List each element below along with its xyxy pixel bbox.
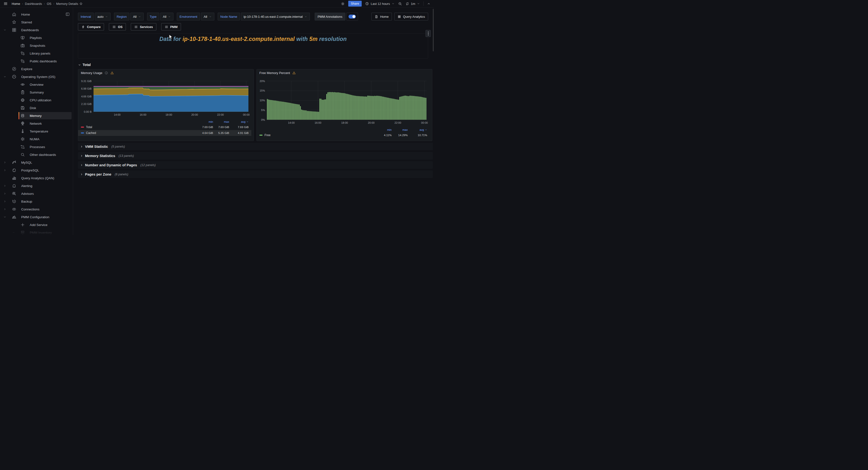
row-pages-per-zone[interactable]: Pages per Zone(6 panels)	[78, 170, 433, 178]
query-analytics-button[interactable]: Query Analytics	[394, 13, 428, 21]
sidebar-item-snapshots[interactable]: Snapshots	[0, 42, 73, 50]
panel-menu-button[interactable]	[426, 30, 431, 37]
panel-title[interactable]: Free Memory Percent	[259, 71, 290, 75]
search-icon	[20, 152, 25, 157]
sidebar-item-query-analytics-qan[interactable]: Query Analytics (QAN)	[0, 174, 73, 182]
breadcrumb-item-os[interactable]: OS	[47, 2, 52, 6]
sidebar-item-network[interactable]: Network	[0, 120, 73, 127]
legend-sort-avg[interactable]: avg	[229, 120, 249, 123]
row-memory-statistics[interactable]: Memory Statistics(13 panels)	[78, 152, 433, 159]
sidebar-item-advisors[interactable]: Advisors	[0, 190, 73, 197]
sidebar-item-dashboards[interactable]: Dashboards	[0, 26, 73, 34]
pmm-annotations-toggle[interactable]	[346, 13, 358, 21]
sidebar-item-temperature[interactable]: Temperature	[0, 127, 73, 135]
chevron-down-icon[interactable]	[11, 231, 16, 234]
sidebar-item-processes[interactable]: Processes	[0, 143, 73, 151]
sidebar-item-home[interactable]: Home	[0, 10, 73, 18]
share-button[interactable]: Share	[348, 1, 362, 7]
sidebar-item-other-dashboards[interactable]: Other dashboards	[0, 151, 73, 159]
legend-header: minmaxavg	[259, 127, 427, 132]
sidebar-item-explore[interactable]: Explore	[0, 65, 73, 73]
sidebar-item-library-panels[interactable]: Library panels	[0, 50, 73, 57]
legend-row-free[interactable]: Free4.11%14.29%10.71%	[259, 132, 427, 138]
panel-title[interactable]: Memory Usage	[81, 71, 102, 75]
link-button-pmm[interactable]: PMM	[161, 23, 181, 30]
sidebar-item-starred[interactable]: Starred	[0, 18, 73, 26]
legend-sort-min[interactable]: min	[376, 128, 392, 131]
legend-row-cached[interactable]: Cached4.64 GiB5.35 GiB4.91 GiB	[78, 130, 251, 136]
variable-value-dropdown[interactable]: All	[130, 13, 144, 21]
variable-value-dropdown[interactable]: All	[160, 13, 174, 21]
warning-icon[interactable]	[110, 71, 114, 75]
variable-interval: Intervalauto	[78, 13, 111, 21]
refresh-picker[interactable]: 1m	[405, 2, 420, 6]
sidebar-item-add-service[interactable]: Add Service	[0, 221, 73, 229]
breadcrumb-item-dashboards[interactable]: Dashboards	[25, 2, 42, 6]
chart-canvas-free-memory-percent[interactable]: 0%5%10%15%20%14:0016:0018:0020:0022:0000…	[257, 69, 433, 126]
sidebar-item-label: Dashboards	[21, 28, 39, 32]
legend-row-total[interactable]: Total7.69 GiB7.69 GiB7.69 GiB	[81, 124, 249, 130]
row-vmm-statistic[interactable]: VMM Statistic(5 panels)	[78, 143, 433, 150]
menu-toggle-icon[interactable]	[3, 1, 8, 6]
warning-icon[interactable]	[292, 71, 296, 75]
clock-icon	[365, 2, 369, 6]
zoom-out-icon[interactable]	[398, 2, 402, 6]
variable-label: Region	[114, 13, 129, 21]
row-total[interactable]: Total	[78, 62, 434, 68]
sidebar-item-pmm-configuration[interactable]: PMM Configuration	[0, 213, 73, 221]
variable-value-dropdown[interactable]: All	[201, 13, 214, 21]
scrollbar[interactable]	[433, 9, 434, 52]
info-icon[interactable]	[104, 71, 108, 75]
breadcrumb-item-memory-details[interactable]: Memory Details	[56, 2, 78, 6]
sidebar-item-pmm-inventory[interactable]: PMM Inventory	[0, 229, 73, 235]
sidebar-item-cpu-utilization[interactable]: CPU utilization	[0, 96, 73, 104]
sidebar-item-public-dashboards[interactable]: Public dashboards	[0, 57, 73, 65]
sidebar-item-numa[interactable]: NUMA	[0, 135, 73, 143]
settings-gear-icon[interactable]	[341, 2, 345, 6]
sidebar-item-alerting[interactable]: Alerting	[0, 182, 73, 190]
chevron-right-icon[interactable]	[2, 184, 7, 187]
chevron-right-icon[interactable]	[2, 208, 7, 211]
chevron-right-icon[interactable]	[2, 169, 7, 172]
sidebar-item-memory[interactable]: Memory	[0, 112, 73, 120]
chevron-down-icon[interactable]	[2, 75, 7, 78]
chart-canvas-memory-usage[interactable]: 0.00 B2.33 GiB4.66 GiB6.98 GiB9.31 GiB14…	[78, 69, 254, 126]
sidebar-item-connections[interactable]: Connections	[0, 205, 73, 213]
sidebar-item-mysql[interactable]: MySQL	[0, 159, 73, 166]
home-button[interactable]: Home	[371, 13, 392, 21]
svg-text:6.98 GiB: 6.98 GiB	[81, 87, 92, 90]
compass-icon	[12, 66, 17, 71]
variable-node-name: Node Nameip-10-178-1-40.us-east-2.comput…	[218, 13, 310, 21]
svg-text:16:00: 16:00	[140, 113, 146, 116]
collapse-topbar-icon[interactable]	[427, 2, 431, 6]
variable-value-dropdown[interactable]: auto	[95, 13, 111, 21]
sidebar-item-postgresql[interactable]: PostgreSQL	[0, 166, 73, 174]
chevron-down-icon[interactable]	[2, 216, 7, 218]
sidebar-item-playlists[interactable]: Playlists	[0, 34, 73, 42]
time-range-picker[interactable]: Last 12 hours	[365, 2, 395, 6]
link-button-os[interactable]: OS	[109, 23, 126, 30]
elephant-icon	[12, 168, 17, 173]
svg-text:22:00: 22:00	[395, 121, 401, 124]
variable-value-dropdown[interactable]: ip-10-178-1-40.us-east-2.compute.interna…	[241, 13, 310, 21]
legend-sort-max[interactable]: max	[392, 128, 408, 131]
chevron-right-icon[interactable]	[2, 200, 7, 203]
sidebar-item-disk[interactable]: Disk	[0, 104, 73, 112]
sidebar-item-label: Public dashboards	[30, 59, 57, 63]
legend-sort-avg[interactable]: avg	[408, 128, 427, 131]
chevron-right-icon[interactable]	[2, 161, 7, 164]
row-number-and-dynamic-of-pages[interactable]: Number and Dynamic of Pages(12 panels)	[78, 161, 433, 169]
link-button-services[interactable]: Services	[131, 23, 156, 30]
sidebar-item-operating-system-os[interactable]: Operating System (OS)	[0, 73, 73, 81]
chevron-right-icon[interactable]	[2, 192, 7, 195]
link-button-compare[interactable]: Compare	[78, 23, 104, 30]
chevron-down-icon[interactable]	[2, 29, 7, 31]
sidebar-item-summary[interactable]: Summary	[0, 88, 73, 96]
dock-menu-icon[interactable]	[65, 12, 70, 17]
sidebar-item-overview[interactable]: Overview	[0, 81, 73, 88]
favorite-star-icon[interactable]	[79, 2, 83, 6]
sidebar-item-backup[interactable]: Backup	[0, 197, 73, 205]
breadcrumb-item-home[interactable]: Home	[12, 2, 20, 6]
legend-sort-max[interactable]: max	[213, 120, 229, 123]
legend-sort-min[interactable]: min	[197, 120, 213, 123]
